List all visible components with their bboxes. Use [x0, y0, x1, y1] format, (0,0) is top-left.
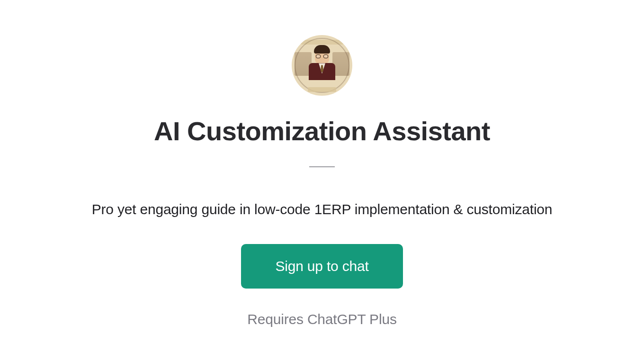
avatar-body [309, 63, 335, 80]
sign-up-button[interactable]: Sign up to chat [241, 244, 402, 289]
avatar-head [315, 48, 329, 64]
glasses-icon [316, 54, 328, 58]
requirement-note: Requires ChatGPT Plus [247, 311, 396, 327]
page-description: Pro yet engaging guide in low-code 1ERP … [92, 201, 553, 217]
avatar-figure [309, 48, 335, 80]
avatar-hair [314, 45, 330, 54]
assistant-avatar [292, 35, 352, 96]
divider [309, 166, 335, 167]
page-title: AI Customization Assistant [154, 116, 490, 146]
avatar-bottom-banner [308, 87, 336, 92]
